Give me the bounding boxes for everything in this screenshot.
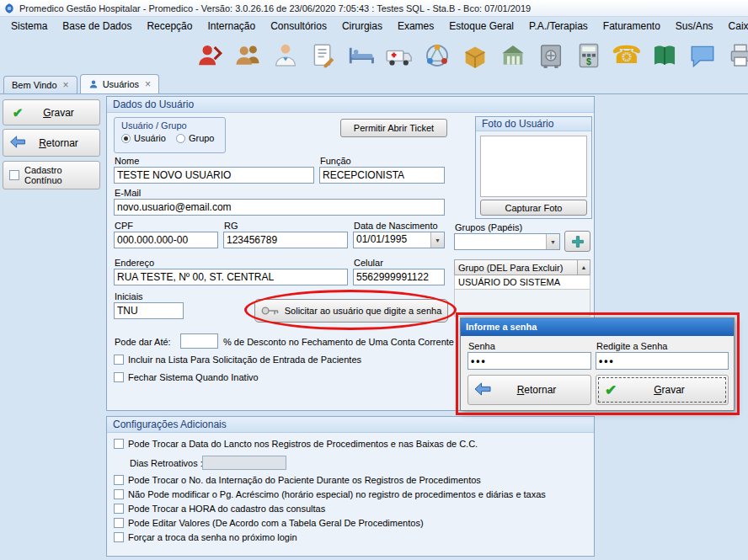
celular-label: Celular	[354, 258, 383, 268]
user-photo-placeholder	[480, 136, 587, 197]
menu-item-caixa[interactable]: Caixa	[721, 17, 748, 36]
password-dialog: Informe a senha Senha Redigite a Senha R…	[460, 317, 735, 411]
app-icon	[3, 3, 15, 14]
grupo-list-header-label: Grupo (DEL Para Excluir)	[458, 263, 563, 273]
gravar-button[interactable]: ✔ Gravar	[3, 99, 100, 125]
tab-usuarios-label: Usuários	[103, 79, 139, 89]
endereco-input[interactable]	[114, 269, 348, 285]
prescription-icon[interactable]	[308, 40, 339, 71]
celular-input[interactable]	[353, 269, 445, 285]
doctor-icon[interactable]	[270, 40, 301, 71]
endereco-label: Endereço	[115, 258, 154, 268]
grupos-papeis-value	[455, 234, 546, 249]
password-dialog-title: Informe a senha	[461, 318, 734, 336]
radio-grupo[interactable]: Grupo	[176, 133, 215, 143]
permitir-abrir-ticket-button[interactable]: Permitir Abrir Ticket	[340, 119, 447, 137]
menu-item-sus-ans[interactable]: Sus/Ans	[668, 17, 721, 36]
ledger-book-icon[interactable]	[649, 40, 680, 71]
desconto-input[interactable]	[180, 333, 218, 349]
email-input[interactable]	[114, 199, 445, 216]
check-forcar-troca-senha-box[interactable]	[114, 532, 124, 542]
users-group-icon[interactable]	[232, 40, 263, 71]
ambulance-icon[interactable]	[384, 40, 414, 71]
check-trocar-hora-consultas-box[interactable]	[114, 504, 124, 514]
funcao-input[interactable]	[319, 167, 445, 184]
solicitar-senha-button[interactable]: Solicitar ao usuário que digite a senha	[254, 299, 448, 323]
cpf-input[interactable]	[114, 232, 218, 248]
printer-icon[interactable]	[725, 40, 748, 71]
menu-item-sistema[interactable]: Sistema	[3, 17, 55, 36]
pode-dar-ate-label: Pode dar Até:	[115, 337, 171, 347]
dias-retroativos-label: Dias Retroativos :	[130, 458, 203, 468]
radio-grupo-control[interactable]	[176, 134, 185, 143]
close-icon[interactable]: ×	[63, 79, 69, 91]
check-forcar-troca-senha[interactable]: Forçar a troca da senha no próximo login	[114, 532, 297, 542]
cadastro-continuo-checkbox[interactable]	[9, 170, 19, 180]
check-trocar-hora-consultas[interactable]: Pode Trocar a HORA do cadastro das consu…	[114, 504, 325, 514]
radio-usuario-control[interactable]	[121, 134, 131, 143]
logout-icon[interactable]	[195, 40, 225, 71]
network-icon[interactable]	[422, 40, 452, 71]
menu-item-consultorios[interactable]: Consultórios	[263, 17, 334, 36]
retornar-button[interactable]: Retornar	[3, 129, 100, 157]
capturar-foto-button[interactable]: Capturar Foto	[480, 200, 587, 216]
menu-item-recepcao[interactable]: Recepção	[139, 17, 200, 36]
iniciais-input[interactable]	[114, 302, 184, 319]
grupo-list-item[interactable]: USUÁRIO DO SISTEMA	[454, 275, 590, 290]
check-incluir-lista[interactable]: Incluir na Lista Para Solicitação de Ent…	[114, 355, 361, 365]
nascimento-value: 01/01/1995	[354, 232, 430, 248]
radio-grupo-label: Grupo	[189, 133, 215, 143]
stock-box-icon[interactable]	[460, 40, 490, 71]
radio-usuario[interactable]: Usuário	[121, 133, 166, 143]
close-icon[interactable]: ×	[145, 78, 151, 90]
user-photo-panel-title: Foto do Usuário	[476, 117, 591, 131]
check-nao-modificar-pg-acrescimo[interactable]: Não Pode modificar o Pg. Acréscimo (horá…	[114, 489, 546, 499]
check-editar-valores[interactable]: Pode Editar Valores (De Acordo com a Tab…	[114, 518, 424, 528]
check-nao-modificar-pg-acrescimo-box[interactable]	[114, 489, 124, 499]
hospital-bed-icon[interactable]	[346, 40, 377, 71]
collapse-up-icon[interactable]: ▲	[577, 260, 590, 275]
tab-bem-vindo[interactable]: Bem Vindo ×	[3, 76, 77, 93]
finance-icon[interactable]	[498, 40, 528, 71]
check-fechar-sistema-label: Fechar Sistema Quando Inativo	[128, 372, 259, 382]
menu-item-pa-terapias[interactable]: P.A./Terapias	[521, 17, 596, 36]
phone-icon[interactable]: ☎	[612, 40, 642, 71]
menu-item-internacao[interactable]: Internação	[200, 17, 263, 36]
add-grupo-button[interactable]	[564, 231, 590, 252]
check-fechar-sistema-box[interactable]	[114, 372, 124, 382]
grupos-papeis-combo[interactable]: ▼	[454, 233, 560, 250]
chevron-down-icon[interactable]: ▼	[546, 234, 559, 249]
user-data-panel-title: Dados do Usuário	[107, 97, 594, 113]
grupo-list-header[interactable]: Grupo (DEL Para Excluir) ▲	[454, 259, 590, 275]
dias-retroativos-input[interactable]	[202, 456, 286, 470]
menu-item-faturamento[interactable]: Faturamento	[596, 17, 668, 36]
iniciais-label: Iniciais	[115, 291, 143, 301]
check-trocar-data-lancto[interactable]: Pode Trocar a Data do Lancto nos Registr…	[114, 439, 478, 449]
dialog-gravar-button[interactable]: ✔ Gravar	[596, 375, 729, 405]
cpf-label: CPF	[115, 221, 133, 231]
rg-input[interactable]	[223, 232, 348, 248]
tab-usuarios[interactable]: Usuários ×	[80, 74, 159, 93]
check-fechar-sistema[interactable]: Fechar Sistema Quando Inativo	[114, 372, 259, 382]
check-incluir-lista-box[interactable]	[114, 355, 124, 365]
check-editar-valores-box[interactable]	[114, 518, 124, 528]
menu-item-exames[interactable]: Exames	[390, 17, 441, 36]
check-trocar-no-internacao[interactable]: Pode Trocar o No. da Internação do Pacie…	[114, 475, 481, 485]
chevron-down-icon[interactable]: ▼	[430, 232, 444, 248]
menu-item-base-de-dados[interactable]: Base de Dados	[55, 17, 139, 36]
check-trocar-data-lancto-box[interactable]	[114, 439, 124, 449]
nascimento-combo[interactable]: 01/01/1995 ▼	[353, 232, 445, 248]
menu-bar: Sistema Base de Dados Recepção Internaçã…	[0, 17, 748, 36]
chat-icon[interactable]	[687, 40, 718, 71]
nome-input[interactable]	[114, 167, 314, 184]
redigite-senha-input[interactable]	[596, 352, 729, 370]
check-trocar-data-lancto-label: Pode Trocar a Data do Lancto nos Registr…	[128, 439, 478, 449]
billing-calculator-icon[interactable]: $	[574, 40, 604, 71]
menu-item-estoque-geral[interactable]: Estoque Geral	[441, 17, 521, 36]
check-trocar-no-internacao-box[interactable]	[114, 475, 124, 485]
cadastro-continuo-toggle[interactable]: Cadastro Contínuo	[3, 161, 100, 189]
dialog-retornar-button[interactable]: Retornar	[467, 375, 591, 405]
senha-input[interactable]	[467, 352, 591, 370]
menu-item-cirurgias[interactable]: Cirurgias	[334, 17, 390, 36]
safe-icon[interactable]	[536, 40, 566, 71]
